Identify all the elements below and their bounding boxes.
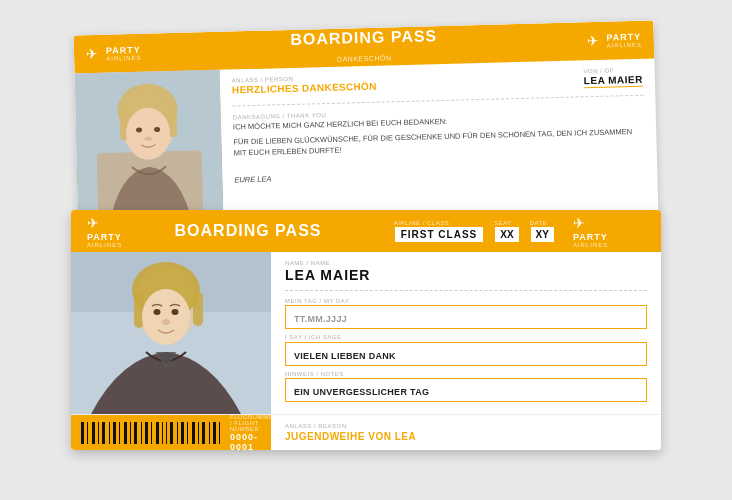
airlines-front-right: AIRLINES [573,242,608,248]
airline-name-front-right: PARTY AIRLINES [573,232,608,248]
svg-point-20 [162,319,170,325]
say-field-group: I SAY / ICH SAGE VIELEN LIEBEN DANK [285,334,647,365]
plane-icon-back-right: ✈ [586,33,598,49]
back-signature: EURE LEA [234,175,271,185]
plane-icon-front-left: ✈ [87,215,99,231]
date-placeholder: TT.MM.JJJJ [294,314,347,324]
footer-barcode-area: FLUGNUMMER / FLIGHT NUMBER 0000-0001 [71,415,271,450]
airline-name-back-right: PARTY AIRLINES [606,32,642,49]
note-value: EIN UNVERGESSLICHER TAG [294,387,429,397]
date-group: DATE XY [530,220,555,243]
footer-anlass-label: ANLASS / REASON [285,423,647,430]
say-field-label: I SAY / ICH SAGE [285,334,647,341]
plane-icon-front-right: ✈ [573,215,585,231]
svg-point-19 [172,309,179,315]
airlines-label-back: AIRLINES [106,55,141,62]
back-anlass-value: HERZLICHES DANKESCHÖN [232,81,377,96]
ticket-footer: FLUGNUMMER / FLIGHT NUMBER 0000-0001 ANL… [71,414,661,450]
name-field-group: NAME / NAME LEA MAIER [285,260,647,283]
airlines-label-back-r: AIRLINES [607,42,642,49]
photo-person-back [75,70,224,231]
footer-anlass-value: JUGENDWEIHE VON LEA [285,431,647,442]
back-danksagung-group: DANKSAGUNG / THANK YOU ICH MÖCHTE MICH G… [233,104,645,159]
ticket-back: ✈ PARTY AIRLINES BOARDING PASS DANKESCHÖ… [74,20,659,230]
class-group: AIRLINE / CLASS FIRST CLASS [394,220,485,243]
plane-icon-back-left: ✈ [86,46,98,62]
note-field-group: HINWEIS / NOTES EIN UNVERGESSLICHER TAG [285,371,647,402]
divider-front-1 [285,290,647,291]
ticket-back-photo [75,70,224,231]
class-value: FIRST CLASS [394,226,485,243]
front-header-fields: AIRLINE / CLASS FIRST CLASS SEAT XX DATE… [394,214,645,248]
ticket-front-body: NAME / NAME LEA MAIER MEIN TAG / MY DAY … [71,252,661,414]
seat-group: SEAT XX [494,220,519,243]
svg-point-17 [142,289,190,345]
note-field-label: HINWEIS / NOTES [285,371,647,378]
back-von-value: LEA MAIER [584,74,643,89]
airlines-front-left: AIRLINES [87,242,122,248]
say-field-value: VIELEN LIEBEN DANK [285,342,647,366]
date-field-label: MEIN TAG / MY DAY [285,298,647,305]
name-field-label: NAME / NAME [285,260,647,267]
date-field-group: MEIN TAG / MY DAY TT.MM.JJJJ [285,298,647,329]
ticket-front-photo [71,252,271,414]
back-subtitle: DANKESCHÖN [337,54,392,62]
party-front-right: PARTY [573,232,608,242]
footer-anlass: ANLASS / REASON JUGENDWEIHE VON LEA [271,423,661,441]
back-von-group: VON / OF LEA MAIER [583,67,643,89]
back-anlass-row: ANLASS / PERSON HERZLICHES DANKESCHÖN VO… [232,67,643,98]
date-field-value: TT.MM.JJJJ [285,305,647,329]
ticket-front-header: ✈ PARTY AIRLINES BOARDING PASS AIRLINE /… [71,210,661,252]
svg-rect-16 [193,292,203,326]
ticket-front: ✈ PARTY AIRLINES BOARDING PASS AIRLINE /… [71,210,661,450]
party-front-left: PARTY [87,232,122,242]
front-title: BOARDING PASS [175,222,322,239]
say-value: VIELEN LIEBEN DANK [294,351,396,361]
ticket-back-body: ANLASS / PERSON HERZLICHES DANKESCHÖN VO… [75,58,659,230]
note-field-value: EIN UNVERGESSLICHER TAG [285,378,647,402]
airline-name-back-left: PARTY AIRLINES [106,45,142,62]
svg-point-18 [154,309,161,315]
seat-value: XX [494,226,519,243]
front-left-logo: ✈ PARTY AIRLINES [87,214,122,248]
date-value: XY [530,226,555,243]
airline-name-front-left: PARTY AIRLINES [87,232,122,248]
front-right-logo: ✈ PARTY AIRLINES [573,214,608,248]
ticket-back-text: ANLASS / PERSON HERZLICHES DANKESCHÖN VO… [219,58,658,226]
name-field-value: LEA MAIER [285,267,647,283]
barcode [81,422,220,444]
ticket-front-fields: NAME / NAME LEA MAIER MEIN TAG / MY DAY … [271,252,661,414]
scene: ✈ PARTY AIRLINES BOARDING PASS DANKESCHÖ… [16,10,716,490]
back-title: BOARDING PASS [290,27,437,48]
back-anlass-group: ANLASS / PERSON HERZLICHES DANKESCHÖN [232,74,377,96]
back-header-right-logo: ✈ PARTY AIRLINES [586,32,642,49]
back-header-left-logo: ✈ PARTY AIRLINES [86,45,142,62]
